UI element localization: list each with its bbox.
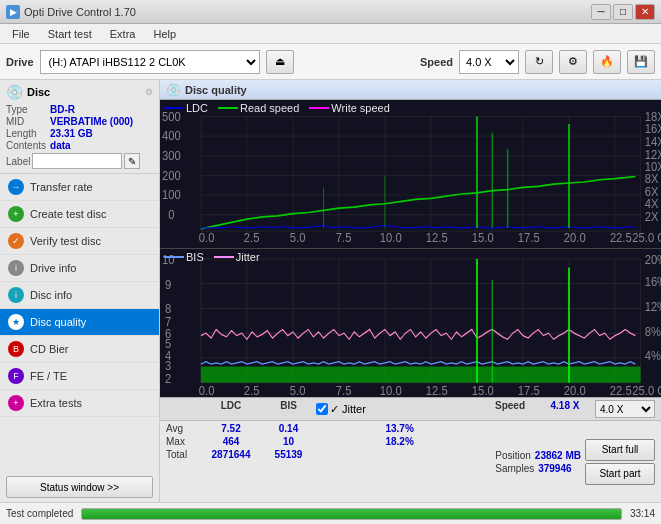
speed-select[interactable]: 4.0 X 2.0 X 6.0 X 8.0 X xyxy=(459,50,519,74)
position-label: Position xyxy=(495,450,531,461)
burn-button[interactable]: 🔥 xyxy=(593,50,621,74)
jitter-color xyxy=(214,256,234,258)
svg-text:2: 2 xyxy=(165,370,171,385)
svg-text:7.5: 7.5 xyxy=(336,231,352,244)
maximize-button[interactable]: □ xyxy=(613,4,633,20)
samples-value: 379946 xyxy=(538,463,571,474)
disc-settings-icon[interactable]: ⚙ xyxy=(145,87,153,97)
total-jitter xyxy=(316,449,483,460)
drive-info-icon: i xyxy=(8,260,24,276)
svg-text:17.5: 17.5 xyxy=(518,231,540,244)
create-test-disc-icon: + xyxy=(8,206,24,222)
svg-text:0.0: 0.0 xyxy=(199,383,215,397)
svg-text:25.0 GB: 25.0 GB xyxy=(632,231,661,244)
nav-drive-info[interactable]: i Drive info xyxy=(0,255,159,282)
nav-drive-info-label: Drive info xyxy=(30,262,76,274)
avg-jitter: 13.7% xyxy=(316,423,483,434)
svg-text:200: 200 xyxy=(162,168,181,181)
nav-transfer-rate-label: Transfer rate xyxy=(30,181,93,193)
avg-ldc: 7.52 xyxy=(201,423,261,434)
svg-text:15.0: 15.0 xyxy=(472,383,494,397)
menu-start-test[interactable]: Start test xyxy=(40,26,100,42)
svg-text:8%: 8% xyxy=(645,323,661,338)
lower-chart-svg: 10 9 8 7 6 5 4 3 2 20% 16% 12% 8% 4% 0 xyxy=(160,249,661,398)
max-row: Max 464 10 18.2% xyxy=(166,436,483,447)
nav-cd-bier[interactable]: B CD Bier xyxy=(0,336,159,363)
stat-rows: Avg 7.52 0.14 13.7% Max 464 10 18.2% T xyxy=(160,421,489,502)
start-part-button[interactable]: Start part xyxy=(585,463,655,485)
svg-text:9: 9 xyxy=(165,276,171,291)
disc-section: 💿 Disc ⚙ Type BD-R MID VERBATIMe (000) L… xyxy=(0,80,159,174)
jitter-legend-label: Jitter xyxy=(236,251,260,263)
content-area: 💿 Disc quality LDC Read speed xyxy=(160,80,661,502)
upper-chart-svg: 500 400 300 200 100 0 18X 16X 14X 12X 10… xyxy=(160,100,661,248)
status-window-button[interactable]: Status window >> xyxy=(6,476,153,498)
status-bar: Test completed 33:14 xyxy=(0,502,661,524)
drive-select[interactable]: (H:) ATAPI iHBS112 2 CL0K xyxy=(40,50,260,74)
svg-text:2.5: 2.5 xyxy=(244,231,260,244)
svg-text:16%: 16% xyxy=(645,274,661,289)
avg-bis: 0.14 xyxy=(261,423,316,434)
disc-label-row: Label ✎ xyxy=(6,153,153,169)
settings-button[interactable]: ⚙ xyxy=(559,50,587,74)
menu-extra[interactable]: Extra xyxy=(102,26,144,42)
samples-label: Samples xyxy=(495,463,534,474)
nav-fe-te[interactable]: F FE / TE xyxy=(0,363,159,390)
chart-disc-icon: 💿 xyxy=(166,83,181,97)
disc-icon: 💿 xyxy=(6,84,23,100)
progress-bar-container xyxy=(81,508,622,520)
minimize-button[interactable]: ─ xyxy=(591,4,611,20)
legend-ldc: LDC xyxy=(164,102,208,114)
empty-header xyxy=(166,400,201,418)
nav-disc-quality-label: Disc quality xyxy=(30,316,86,328)
nav-extra-tests[interactable]: + Extra tests xyxy=(0,390,159,417)
svg-text:100: 100 xyxy=(162,188,181,201)
toolbar: Drive (H:) ATAPI iHBS112 2 CL0K ⏏ Speed … xyxy=(0,44,661,80)
svg-text:4X: 4X xyxy=(645,197,659,210)
bis-header: BIS xyxy=(261,400,316,418)
disc-info-icon: i xyxy=(8,287,24,303)
disc-section-title: Disc xyxy=(27,86,50,98)
position-value: 23862 MB xyxy=(535,450,581,461)
title-bar: ▶ Opti Drive Control 1.70 ─ □ ✕ xyxy=(0,0,661,24)
menu-bar: File Start test Extra Help xyxy=(0,24,661,44)
jitter-checkbox[interactable] xyxy=(316,403,328,415)
nav-transfer-rate[interactable]: → Transfer rate xyxy=(0,174,159,201)
transfer-rate-icon: → xyxy=(8,179,24,195)
label-input[interactable] xyxy=(32,153,122,169)
stats-data-area: Avg 7.52 0.14 13.7% Max 464 10 18.2% T xyxy=(160,421,661,502)
cd-bier-icon: B xyxy=(8,341,24,357)
svg-text:2.5: 2.5 xyxy=(244,383,260,397)
position-samples: Position 23862 MB Samples 379946 xyxy=(495,423,581,500)
progress-bar xyxy=(82,509,621,519)
menu-help[interactable]: Help xyxy=(145,26,184,42)
fe-te-icon: F xyxy=(8,368,24,384)
nav-verify-test-disc[interactable]: ✓ Verify test disc xyxy=(0,228,159,255)
legend-bis: BIS xyxy=(164,251,204,263)
max-ldc: 464 xyxy=(201,436,261,447)
start-full-button[interactable]: Start full xyxy=(585,439,655,461)
nav-disc-info[interactable]: i Disc info xyxy=(0,282,159,309)
speed-value-header: 4.18 X xyxy=(535,400,595,418)
label-edit-button[interactable]: ✎ xyxy=(124,153,140,169)
svg-text:5.0: 5.0 xyxy=(290,231,306,244)
legend-jitter: Jitter xyxy=(214,251,260,263)
extra-tests-icon: + xyxy=(8,395,24,411)
close-button[interactable]: ✕ xyxy=(635,4,655,20)
eject-button[interactable]: ⏏ xyxy=(266,50,294,74)
menu-file[interactable]: File xyxy=(4,26,38,42)
status-time: 33:14 xyxy=(630,508,655,519)
svg-text:400: 400 xyxy=(162,129,181,142)
type-label: Type xyxy=(6,104,46,115)
refresh-button[interactable]: ↻ xyxy=(525,50,553,74)
svg-text:12.5: 12.5 xyxy=(426,383,448,397)
write-speed-label: Write speed xyxy=(331,102,390,114)
stats-speed-select[interactable]: 4.0 X xyxy=(595,400,655,418)
save-button[interactable]: 💾 xyxy=(627,50,655,74)
svg-text:12%: 12% xyxy=(645,298,661,313)
contents-label: Contents xyxy=(6,140,46,151)
svg-text:15.0: 15.0 xyxy=(472,231,494,244)
length-label: Length xyxy=(6,128,46,139)
nav-disc-quality[interactable]: ★ Disc quality xyxy=(0,309,159,336)
nav-create-test-disc[interactable]: + Create test disc xyxy=(0,201,159,228)
